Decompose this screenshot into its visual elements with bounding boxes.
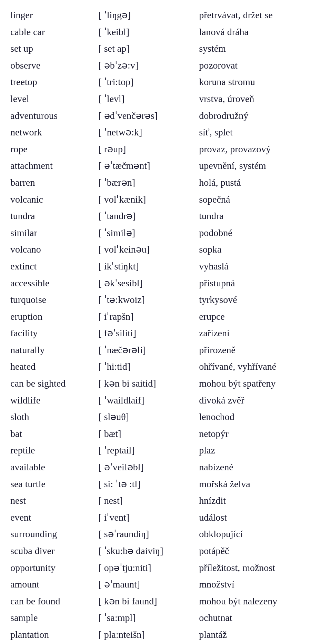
translation-cell: příležitost, možnost: [197, 560, 323, 576]
word-cell: similar: [8, 225, 96, 242]
phonetic-cell: [ ˈbærən]: [96, 174, 197, 191]
table-row: available[ əˈveiləbl]nabízené: [8, 459, 323, 476]
translation-cell: událost: [197, 509, 323, 526]
word-cell: eruption: [8, 308, 96, 325]
word-cell: attachment: [8, 157, 96, 174]
table-row: set up[ set ap]systém: [8, 40, 323, 57]
table-row: heated[ ˈhi:tid]ohřívané, vyhřívané: [8, 358, 323, 375]
translation-cell: lanová dráha: [197, 24, 323, 41]
translation-cell: síť, splet: [197, 124, 323, 141]
translation-cell: podobné: [197, 225, 323, 242]
phonetic-cell: [ fəˈsiliti]: [96, 325, 197, 342]
word-cell: turquoise: [8, 292, 96, 308]
table-row: plantation[ pla:nteišn]plantáž: [8, 626, 323, 643]
table-row: tundra[ ˈtandrə]tundra: [8, 208, 323, 225]
translation-cell: množství: [197, 576, 323, 593]
translation-cell: mořská želva: [197, 476, 323, 493]
table-row: sloth[ sləuθ]lenochod: [8, 409, 323, 426]
translation-cell: nabízené: [197, 459, 323, 476]
translation-cell: přirozeně: [197, 342, 323, 359]
phonetic-cell: [ əbˈzə:v]: [96, 57, 197, 74]
table-row: eruption[ iˈrapšn]erupce: [8, 308, 323, 325]
phonetic-cell: [ ˈwaildlaif]: [96, 392, 197, 409]
translation-cell: mohou být spatřeny: [197, 375, 323, 392]
translation-cell: přetrvávat, držet se: [197, 7, 323, 24]
word-cell: surrounding: [8, 526, 96, 543]
phonetic-cell: [ əkˈsesibl]: [96, 275, 197, 292]
table-row: sea turtle[ si: ˈtə :tl]mořská želva: [8, 476, 323, 493]
table-row: cable car[ ˈkeibl]lanová dráha: [8, 24, 323, 41]
phonetic-cell: [ ˈsimilə]: [96, 225, 197, 242]
table-row: network[ ˈnetwə:k]síť, splet: [8, 124, 323, 141]
word-cell: nest: [8, 492, 96, 509]
translation-cell: sopečná: [197, 191, 323, 208]
translation-cell: systém: [197, 40, 323, 57]
table-row: level[ ˈlevl]vrstva, úroveň: [8, 91, 323, 108]
translation-cell: divoká zvěř: [197, 392, 323, 409]
word-cell: linger: [8, 7, 96, 24]
translation-cell: tundra: [197, 208, 323, 225]
table-row: scuba diver[ ˈsku:bə daiviŋ]potápěč: [8, 543, 323, 560]
word-cell: network: [8, 124, 96, 141]
table-row: treetop[ ˈtri:top]koruna stromu: [8, 74, 323, 91]
phonetic-cell: [ nest]: [96, 492, 197, 509]
word-cell: rope: [8, 141, 96, 158]
translation-cell: potápěč: [197, 543, 323, 560]
table-row: accessible[ əkˈsesibl]přístupná: [8, 275, 323, 292]
word-cell: barren: [8, 174, 96, 191]
phonetic-cell: [ əˈtæčmənt]: [96, 157, 197, 174]
word-cell: bat: [8, 426, 96, 442]
word-cell: opportunity: [8, 560, 96, 576]
phonetic-cell: [ kən bi saitid]: [96, 375, 197, 392]
phonetic-cell: [ ikˈstiŋkt]: [96, 258, 197, 275]
phonetic-cell: [ ˈnetwə:k]: [96, 124, 197, 141]
translation-cell: sopka: [197, 241, 323, 258]
phonetic-cell: [ volˈkænik]: [96, 191, 197, 208]
phonetic-cell: [ kən bi faund]: [96, 593, 197, 610]
phonetic-cell: [ ˈliŋgə]: [96, 7, 197, 24]
table-row: rope[ rəup]provaz, provazový: [8, 141, 323, 158]
translation-cell: netopýr: [197, 426, 323, 442]
phonetic-cell: [ ˈlevl]: [96, 91, 197, 108]
word-cell: available: [8, 459, 96, 476]
word-cell: plantation: [8, 626, 96, 643]
word-cell: observe: [8, 57, 96, 74]
phonetic-cell: [ ˈreptail]: [96, 442, 197, 459]
phonetic-cell: [ bæt]: [96, 426, 197, 442]
translation-cell: provaz, provazový: [197, 141, 323, 158]
translation-cell: ohřívané, vyhřívané: [197, 358, 323, 375]
word-cell: reptile: [8, 442, 96, 459]
word-cell: scuba diver: [8, 543, 96, 560]
table-row: linger[ ˈliŋgə]přetrvávat, držet se: [8, 7, 323, 24]
table-row: facility[ fəˈsiliti]zařízení: [8, 325, 323, 342]
word-cell: volcanic: [8, 191, 96, 208]
word-cell: cable car: [8, 24, 96, 41]
phonetic-cell: [ set ap]: [96, 40, 197, 57]
table-row: bat[ bæt]netopýr: [8, 426, 323, 442]
table-row: volcanic[ volˈkænik]sopečná: [8, 191, 323, 208]
translation-cell: koruna stromu: [197, 74, 323, 91]
translation-cell: mohou být nalezeny: [197, 593, 323, 610]
phonetic-cell: [ ˈsku:bə daiviŋ]: [96, 543, 197, 560]
table-row: can be sighted[ kən bi saitid]mohou být …: [8, 375, 323, 392]
word-cell: sample: [8, 610, 96, 626]
table-row: similar[ ˈsimilə]podobné: [8, 225, 323, 242]
phonetic-cell: [ ədˈvenčərəs]: [96, 108, 197, 124]
translation-cell: upevnění, systém: [197, 157, 323, 174]
table-row: barren[ ˈbærən]holá, pustá: [8, 174, 323, 191]
phonetic-cell: [ pla:nteišn]: [96, 626, 197, 643]
translation-cell: vrstva, úroveň: [197, 91, 323, 108]
phonetic-cell: [ rəup]: [96, 141, 197, 158]
phonetic-cell: [ ˈkeibl]: [96, 24, 197, 41]
word-cell: treetop: [8, 74, 96, 91]
translation-cell: přístupná: [197, 275, 323, 292]
translation-cell: holá, pustá: [197, 174, 323, 191]
translation-cell: obklopující: [197, 526, 323, 543]
word-cell: volcano: [8, 241, 96, 258]
translation-cell: plaz: [197, 442, 323, 459]
translation-cell: dobrodružný: [197, 108, 323, 124]
table-row: wildlife[ ˈwaildlaif]divoká zvěř: [8, 392, 323, 409]
table-row: attachment[ əˈtæčmənt]upevnění, systém: [8, 157, 323, 174]
word-cell: tundra: [8, 208, 96, 225]
phonetic-cell: [ əˈveiləbl]: [96, 459, 197, 476]
